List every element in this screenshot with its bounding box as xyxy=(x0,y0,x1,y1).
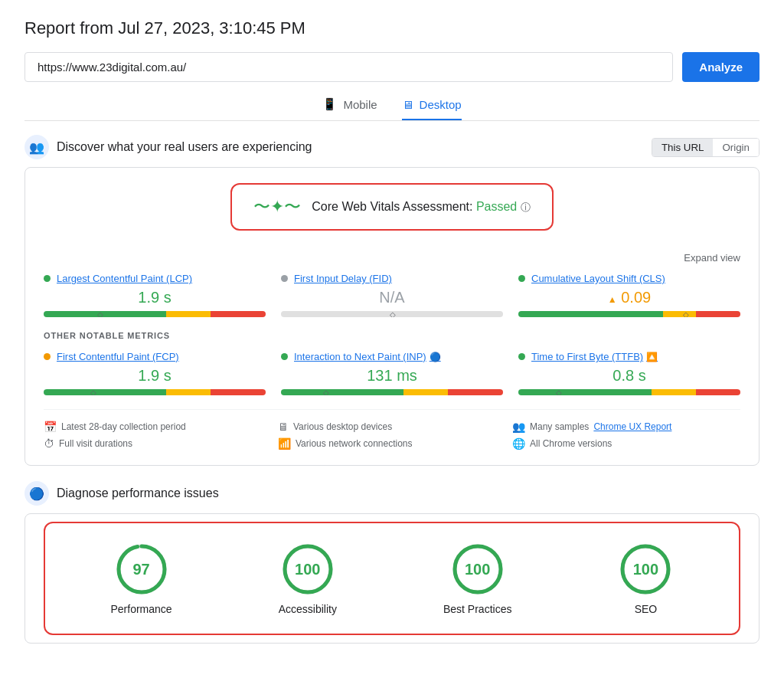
fcp-bar-red xyxy=(211,389,266,395)
desktop-icon: 🖥 xyxy=(402,98,413,111)
diagnose-icon: 🔵 xyxy=(24,481,49,506)
cwv-card: 〜✦〜 Core Web Vitals Assessment: Passed ⓘ… xyxy=(24,167,760,466)
diagnose-title: Diagnose performance issues xyxy=(57,486,219,500)
calendar-icon: 📅 xyxy=(44,421,57,433)
lcp-value: 1.9 s xyxy=(44,289,266,306)
timer-icon: ⏱ xyxy=(44,437,54,450)
ttfb-marker: ◇ xyxy=(556,389,560,395)
url-origin-toggle: This URL Origin xyxy=(652,138,760,157)
fcp-bar-green xyxy=(44,389,166,395)
wifi-icon: 📶 xyxy=(278,437,291,450)
inp-bar: ◇ xyxy=(281,389,503,395)
inp-bar-yellow xyxy=(403,389,448,395)
lcp-bar-yellow xyxy=(166,311,211,317)
expand-view[interactable]: Expand view xyxy=(44,252,740,264)
device-tabs: 📱 Mobile 🖥 Desktop xyxy=(24,97,760,121)
lcp-bar-green xyxy=(44,311,166,317)
tab-mobile[interactable]: 📱 Mobile xyxy=(322,97,377,120)
people-icon: 👥 xyxy=(512,421,525,433)
scores-box: 97 Performance 100 Accessibility xyxy=(44,522,740,635)
cls-triangle-icon: ▲ xyxy=(608,294,617,305)
this-url-button[interactable]: This URL xyxy=(652,139,714,156)
score-accessibility-value: 100 xyxy=(280,542,335,597)
score-best-practices-value: 100 xyxy=(450,542,505,597)
ttfb-bar: ◇ xyxy=(518,389,740,395)
cwv-status: Passed xyxy=(476,200,517,213)
ttfb-bar-yellow xyxy=(652,389,696,395)
other-metrics-label: OTHER NOTABLE METRICS xyxy=(44,331,740,340)
cls-bar-green xyxy=(518,311,663,317)
fcp-bar: ◇ xyxy=(44,389,266,395)
inp-bar-green xyxy=(281,389,403,395)
score-accessibility-circle-container: 100 xyxy=(280,542,335,597)
cls-bar-red xyxy=(696,311,740,317)
cls-marker: ◇ xyxy=(683,311,688,317)
crux-section-header: 👥 Discover what your real users are expe… xyxy=(24,135,760,159)
cls-bar-yellow xyxy=(663,311,697,317)
lcp-bar-red xyxy=(211,311,266,317)
ttfb-value: 0.8 s xyxy=(518,367,740,385)
footer-visit-durations: ⏱ Full visit durations xyxy=(44,437,272,450)
mobile-icon: 📱 xyxy=(322,97,337,111)
fid-dot xyxy=(281,275,288,282)
score-seo-label: SEO xyxy=(635,603,658,615)
fcp-dot xyxy=(44,353,51,360)
chrome-ux-link[interactable]: Chrome UX Report xyxy=(593,421,671,432)
score-best-practices-circle-container: 100 xyxy=(450,542,505,597)
footer-chrome-versions: 🌐 All Chrome versions xyxy=(512,437,740,450)
metric-inp: Interaction to Next Paint (INP) 🔵 131 ms… xyxy=(281,351,503,395)
ttfb-warning-icon: 🔼 xyxy=(646,352,658,362)
metric-fid-name[interactable]: First Input Delay (FID) xyxy=(281,273,503,284)
cwv-footer: 📅 Latest 28-day collection period ⏱ Full… xyxy=(44,409,740,450)
tab-desktop[interactable]: 🖥 Desktop xyxy=(402,97,462,120)
score-best-practices: 100 Best Practices xyxy=(443,542,511,615)
cwv-label-text: Core Web Vitals Assessment: xyxy=(312,200,472,213)
score-performance: 97 Performance xyxy=(111,542,172,615)
inp-info-icon: 🔵 xyxy=(430,352,441,362)
cls-dot xyxy=(518,275,525,282)
origin-button[interactable]: Origin xyxy=(713,139,759,156)
crux-icon: 👥 xyxy=(24,135,49,159)
lcp-marker: ◇ xyxy=(97,311,102,317)
url-input[interactable] xyxy=(24,52,673,82)
ttfb-dot xyxy=(518,353,525,360)
metric-fcp: First Contentful Paint (FCP) 1.9 s ◇ xyxy=(44,351,266,395)
metric-lcp-name[interactable]: Largest Contentful Paint (LCP) xyxy=(44,273,266,284)
footer-left: 📅 Latest 28-day collection period ⏱ Full… xyxy=(44,421,272,450)
metric-ttfb-name[interactable]: Time to First Byte (TTFB) 🔼 xyxy=(518,351,740,362)
metric-lcp: Largest Contentful Paint (LCP) 1.9 s ◇ xyxy=(44,273,266,317)
score-performance-circle-container: 97 xyxy=(114,542,169,597)
metric-fid: First Input Delay (FID) N/A ◇ xyxy=(281,273,503,317)
metric-ttfb: Time to First Byte (TTFB) 🔼 0.8 s ◇ xyxy=(518,351,740,395)
score-performance-value: 97 xyxy=(114,542,169,597)
fid-bar: ◇ xyxy=(281,311,503,317)
score-performance-label: Performance xyxy=(111,603,172,615)
footer-many-samples: 👥 Many samples Chrome UX Report xyxy=(512,421,740,433)
metric-inp-name[interactable]: Interaction to Next Paint (INP) 🔵 xyxy=(281,351,503,362)
desktop-footer-icon: 🖥 xyxy=(278,421,289,433)
footer-collection-period: 📅 Latest 28-day collection period xyxy=(44,421,272,433)
tab-mobile-label: Mobile xyxy=(343,98,377,111)
fid-marker: ◇ xyxy=(390,311,394,317)
main-metrics-row: Largest Contentful Paint (LCP) 1.9 s ◇ F… xyxy=(44,273,740,317)
footer-network: 📶 Various network connections xyxy=(278,437,506,450)
metric-fcp-name[interactable]: First Contentful Paint (FCP) xyxy=(44,351,266,362)
score-seo-value: 100 xyxy=(618,542,673,597)
ttfb-bar-green xyxy=(518,389,652,395)
fcp-marker: ◇ xyxy=(90,389,95,395)
cls-bar: ◇ xyxy=(518,311,740,317)
cwv-pulse-icon: 〜✦〜 xyxy=(253,195,301,218)
url-bar-row: Analyze xyxy=(24,52,760,82)
fcp-value: 1.9 s xyxy=(44,367,266,385)
lcp-bar: ◇ xyxy=(44,311,266,317)
scores-card: 97 Performance 100 Accessibility xyxy=(24,513,760,644)
score-accessibility-label: Accessibility xyxy=(279,603,337,615)
score-seo: 100 SEO xyxy=(618,542,673,615)
score-seo-circle-container: 100 xyxy=(618,542,673,597)
analyze-button[interactable]: Analyze xyxy=(682,52,760,82)
other-metrics-row: First Contentful Paint (FCP) 1.9 s ◇ Int… xyxy=(44,351,740,395)
cwv-assessment-box: 〜✦〜 Core Web Vitals Assessment: Passed ⓘ xyxy=(230,183,553,231)
fid-value: N/A xyxy=(281,289,503,306)
metric-cls-name[interactable]: Cumulative Layout Shift (CLS) xyxy=(518,273,740,284)
footer-center: 🖥 Various desktop devices 📶 Various netw… xyxy=(278,421,506,450)
